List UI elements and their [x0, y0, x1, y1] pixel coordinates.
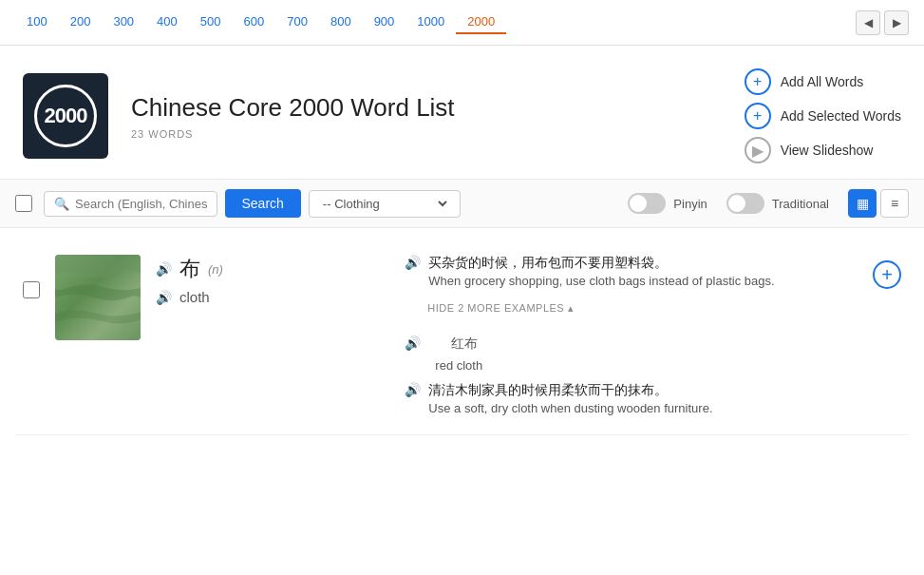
- pinyin-toggle-group: Pinyin: [628, 193, 707, 214]
- example-speaker-icon-1[interactable]: 🔊: [405, 255, 421, 270]
- sub-example-chinese-1: 红布: [451, 335, 478, 353]
- logo-number: 2000: [34, 85, 97, 147]
- nav-1000[interactable]: 1000: [405, 10, 456, 34]
- traditional-toggle-knob: [728, 195, 745, 212]
- word-chinese-row: 🔊 布 (n): [156, 255, 382, 283]
- example-chinese-1: 买杂货的时候，用布包而不要用塑料袋。: [428, 255, 858, 272]
- nav-arrows: ◀ ▶: [856, 10, 909, 35]
- pinyin-toggle[interactable]: [628, 193, 666, 214]
- select-all-checkbox[interactable]: [15, 195, 32, 212]
- chevron-up-icon: ▴: [568, 302, 575, 315]
- grid-view-button[interactable]: ▦: [848, 189, 877, 218]
- chinese-speaker-icon[interactable]: 🔊: [156, 261, 172, 277]
- nav-400[interactable]: 400: [145, 10, 189, 34]
- sub-examples-block-2: 清洁木制家具的时候用柔软而干的抹布。 Use a soft, dry cloth…: [428, 382, 858, 418]
- search-bar: 🔍 Search -- Clothing Pinyin Traditional …: [0, 180, 924, 228]
- search-input[interactable]: [75, 197, 207, 211]
- word-character: 布: [179, 255, 200, 283]
- sub-example-chinese-2: 清洁木制家具的时候用柔软而干的抹布。: [428, 382, 858, 399]
- add-word-button[interactable]: +: [873, 260, 901, 289]
- word-count: 23 WORDS: [131, 128, 707, 140]
- word-examples: 🔊 买杂货的时候，用布包而不要用塑料袋。 When grocery shoppi…: [397, 255, 858, 423]
- nav-100[interactable]: 100: [15, 10, 59, 34]
- nav-200[interactable]: 200: [59, 10, 103, 34]
- slideshow-icon: ▶: [745, 137, 771, 163]
- nav-700[interactable]: 700: [275, 10, 319, 34]
- list-icon: ≡: [891, 196, 898, 211]
- page-title: Chinese Core 2000 Word List: [131, 93, 707, 123]
- list-logo: 2000: [23, 73, 108, 159]
- sub-speaker-icon-2[interactable]: 🔊: [405, 382, 421, 397]
- traditional-toggle[interactable]: [726, 193, 764, 214]
- word-pos: (n): [208, 262, 223, 277]
- add-icon: +: [881, 265, 893, 284]
- hide-examples-button[interactable]: HIDE 2 MORE EXAMPLES ▴: [427, 302, 574, 315]
- traditional-label: Traditional: [772, 197, 829, 211]
- pinyin-label: Pinyin: [673, 197, 707, 211]
- view-buttons: ▦ ≡: [848, 189, 909, 218]
- table-row: 🔊 布 (n) 🔊 cloth 🔊 买杂货的时候，用布包而不要用塑料袋。 Whe…: [15, 243, 909, 435]
- nav-900[interactable]: 900: [363, 10, 406, 34]
- category-select[interactable]: -- Clothing: [319, 196, 450, 212]
- example-english-1: When grocery shopping, use cloth bags in…: [428, 272, 858, 291]
- number-nav: 100 200 300 400 500 600 700 800 900 1000…: [15, 10, 856, 34]
- next-arrow-button[interactable]: ▶: [884, 10, 909, 35]
- header-section: 2000 Chinese Core 2000 Word List 23 WORD…: [0, 46, 924, 180]
- nav-800[interactable]: 800: [319, 10, 363, 34]
- add-all-icon: +: [745, 68, 771, 95]
- nav-600[interactable]: 600: [233, 10, 276, 34]
- add-selected-icon: +: [745, 103, 771, 129]
- search-input-wrap: 🔍: [44, 191, 217, 217]
- sub-example-row-1: 🔊 红布: [405, 335, 858, 353]
- top-navigation: 100 200 300 400 500 600 700 800 900 1000…: [0, 0, 924, 46]
- sub-speaker-icon-1[interactable]: 🔊: [405, 335, 421, 351]
- nav-300[interactable]: 300: [102, 10, 145, 34]
- sub-example-english-2: Use a soft, dry cloth when dusting woode…: [428, 399, 858, 418]
- word-english-row: 🔊 cloth: [156, 289, 382, 305]
- cloth-image-svg: [55, 255, 141, 340]
- english-speaker-icon[interactable]: 🔊: [156, 290, 172, 305]
- header-actions: + Add All Words + Add Selected Words ▶ V…: [745, 68, 901, 163]
- sub-example-2: 🔊 清洁木制家具的时候用柔软而干的抹布。 Use a soft, dry clo…: [405, 382, 858, 418]
- word-english-text: cloth: [179, 289, 210, 305]
- word-checkbox[interactable]: [23, 281, 40, 298]
- header-text: Chinese Core 2000 Word List 23 WORDS: [131, 93, 707, 140]
- word-image: [55, 255, 141, 340]
- list-view-button[interactable]: ≡: [880, 189, 909, 218]
- nav-2000[interactable]: 2000: [456, 10, 506, 34]
- sub-example-translation-1: red cloth: [435, 358, 858, 373]
- word-info: 🔊 布 (n) 🔊 cloth: [156, 255, 382, 305]
- search-icon: 🔍: [54, 197, 69, 211]
- category-dropdown[interactable]: -- Clothing: [309, 190, 461, 218]
- pinyin-toggle-knob: [630, 195, 647, 212]
- word-list: 🔊 布 (n) 🔊 cloth 🔊 买杂货的时候，用布包而不要用塑料袋。 Whe…: [0, 228, 924, 450]
- add-selected-words-button[interactable]: + Add Selected Words: [745, 103, 901, 129]
- add-all-words-button[interactable]: + Add All Words: [745, 68, 901, 95]
- sub-example-1: 🔊 红布 red cloth: [405, 335, 858, 373]
- sub-example-row-2: 🔊 清洁木制家具的时候用柔软而干的抹布。 Use a soft, dry clo…: [405, 382, 858, 418]
- examples-block: 买杂货的时候，用布包而不要用塑料袋。 When grocery shopping…: [428, 255, 858, 291]
- traditional-toggle-group: Traditional: [726, 193, 829, 214]
- prev-arrow-button[interactable]: ◀: [856, 10, 880, 35]
- example-row-1: 🔊 买杂货的时候，用布包而不要用塑料袋。 When grocery shoppi…: [405, 255, 858, 291]
- grid-icon: ▦: [857, 196, 869, 211]
- view-slideshow-button[interactable]: ▶ View Slideshow: [745, 137, 901, 163]
- search-button[interactable]: Search: [225, 189, 301, 218]
- nav-500[interactable]: 500: [189, 10, 233, 34]
